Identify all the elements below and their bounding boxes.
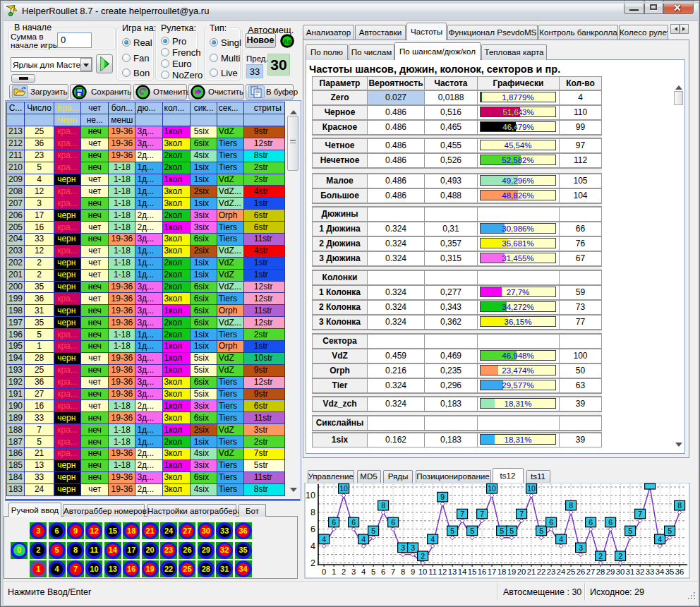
- svg-text:27: 27: [586, 567, 596, 576]
- svg-text:8: 8: [569, 501, 573, 510]
- svg-text:6: 6: [351, 518, 356, 527]
- svg-text:2: 2: [342, 567, 346, 576]
- svg-text:34: 34: [656, 567, 665, 576]
- svg-text:5: 5: [450, 527, 454, 535]
- svg-text:12: 12: [438, 567, 447, 576]
- svg-text:22: 22: [537, 567, 546, 576]
- svg-text:16: 16: [478, 567, 487, 576]
- svg-text:32: 32: [636, 567, 645, 576]
- svg-text:5: 5: [539, 527, 543, 535]
- svg-text:7: 7: [638, 510, 642, 518]
- svg-text:8: 8: [381, 501, 385, 510]
- svg-text:3: 3: [351, 567, 356, 576]
- svg-text:5: 5: [470, 527, 474, 535]
- svg-text:36: 36: [675, 567, 684, 576]
- svg-text:8: 8: [401, 567, 405, 576]
- svg-text:13: 13: [448, 567, 457, 576]
- svg-text:11: 11: [428, 567, 437, 576]
- svg-text:5: 5: [668, 527, 672, 535]
- svg-text:2: 2: [310, 558, 315, 568]
- svg-text:15: 15: [468, 567, 477, 576]
- svg-text:25: 25: [567, 567, 576, 576]
- svg-text:30: 30: [616, 567, 625, 576]
- svg-text:29: 29: [606, 567, 615, 576]
- svg-text:20: 20: [517, 567, 526, 576]
- svg-text:6: 6: [310, 524, 315, 534]
- svg-text:3: 3: [579, 543, 583, 552]
- svg-text:35: 35: [665, 567, 675, 576]
- svg-text:10: 10: [527, 484, 536, 493]
- svg-text:21: 21: [527, 567, 536, 576]
- svg-text:0: 0: [322, 567, 326, 576]
- svg-text:As: As: [283, 38, 291, 45]
- svg-text:5: 5: [371, 527, 375, 535]
- svg-text:18: 18: [497, 567, 507, 576]
- svg-text:3: 3: [401, 543, 405, 552]
- svg-text:10: 10: [339, 484, 348, 493]
- svg-text:5: 5: [500, 527, 504, 535]
- svg-text:6: 6: [608, 518, 612, 527]
- svg-text:4: 4: [361, 567, 366, 576]
- svg-text:7: 7: [480, 510, 484, 518]
- svg-text:5: 5: [371, 567, 375, 576]
- svg-text:9: 9: [411, 567, 415, 576]
- svg-text:24: 24: [557, 567, 566, 576]
- svg-text:5: 5: [628, 527, 632, 535]
- svg-text:28: 28: [596, 567, 605, 576]
- svg-text:17: 17: [488, 567, 497, 576]
- svg-text:10: 10: [488, 484, 496, 493]
- svg-text:4: 4: [310, 541, 315, 551]
- svg-text:10: 10: [306, 491, 315, 500]
- svg-text:26: 26: [577, 567, 586, 576]
- svg-text:2: 2: [618, 552, 622, 560]
- svg-text:8: 8: [310, 507, 315, 517]
- svg-text:4: 4: [658, 535, 662, 543]
- svg-text:5: 5: [509, 527, 514, 535]
- svg-text:7: 7: [391, 567, 395, 576]
- svg-text:9: 9: [440, 493, 445, 501]
- svg-text:6: 6: [381, 567, 385, 576]
- svg-text:4: 4: [559, 535, 563, 543]
- svg-text:2: 2: [421, 552, 425, 560]
- svg-text:10: 10: [418, 567, 428, 576]
- svg-text:6: 6: [391, 518, 395, 527]
- svg-text:2: 2: [598, 552, 603, 560]
- svg-text:23: 23: [547, 567, 556, 576]
- svg-text:19: 19: [507, 567, 517, 576]
- svg-text:6: 6: [549, 518, 553, 527]
- svg-text:3: 3: [411, 543, 415, 552]
- svg-text:4: 4: [361, 535, 366, 543]
- svg-text:31: 31: [626, 567, 635, 576]
- svg-text:8: 8: [677, 501, 682, 510]
- svg-text:6: 6: [332, 518, 336, 527]
- svg-text:4: 4: [430, 535, 435, 543]
- svg-text:4: 4: [322, 535, 326, 543]
- svg-text:6: 6: [589, 518, 593, 527]
- svg-text:33: 33: [646, 567, 655, 576]
- svg-text:7: 7: [460, 510, 464, 518]
- svg-text:1: 1: [332, 567, 336, 576]
- svg-text:14: 14: [458, 567, 467, 576]
- svg-text:7: 7: [519, 510, 524, 518]
